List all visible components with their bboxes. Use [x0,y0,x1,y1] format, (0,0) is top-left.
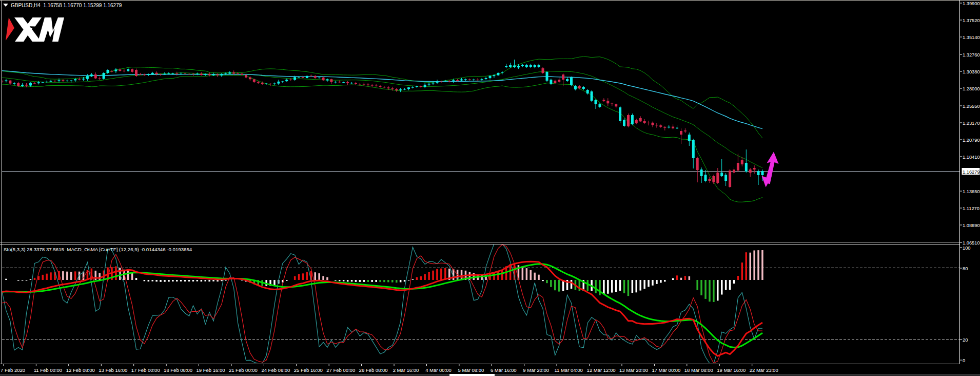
svg-text:1.08890: 1.08890 [963,223,980,228]
svg-text:1.18410: 1.18410 [963,155,980,160]
svg-text:4 Mar 00:00: 4 Mar 00:00 [425,367,452,373]
svg-text:1.13650: 1.13650 [963,189,980,194]
svg-text:1.28000: 1.28000 [963,86,980,91]
svg-text:21 Feb 00:00: 21 Feb 00:00 [229,367,258,373]
svg-text:11 Mar 04:00: 11 Mar 04:00 [554,367,582,373]
svg-text:12 Feb 08:00: 12 Feb 08:00 [66,367,95,373]
svg-text:1.06510: 1.06510 [963,240,980,246]
svg-text:1.32760: 1.32760 [963,52,980,58]
svg-text:GBPUSD,H4 1.16758 1.16770 1.1: GBPUSD,H4 1.16758 1.16770 1.15299 1.1627… [11,3,122,8]
svg-text:9 Mar 20:00: 9 Mar 20:00 [523,367,549,373]
svg-text:13 Mar 20:00: 13 Mar 20:00 [619,367,648,373]
svg-text:27 Feb 00:00: 27 Feb 00:00 [326,367,355,373]
svg-text:2 Mar 16:00: 2 Mar 16:00 [393,367,419,373]
svg-text:28 Feb 08:00: 28 Feb 08:00 [359,367,388,373]
svg-text:17 Mar 00:00: 17 Mar 00:00 [652,367,680,373]
svg-text:22 Mar 23:00: 22 Mar 23:00 [750,367,778,373]
svg-text:1.30380: 1.30380 [963,69,980,74]
svg-text:18 Mar 08:00: 18 Mar 08:00 [684,367,713,373]
svg-text:80: 80 [963,266,968,271]
svg-text:1.23170: 1.23170 [963,121,980,126]
svg-text:13 Feb 16:00: 13 Feb 16:00 [99,367,127,373]
svg-text:17 Feb 00:00: 17 Feb 00:00 [131,367,160,373]
svg-text:12 Mar 12:00: 12 Mar 12:00 [587,367,616,373]
svg-text:1.35140: 1.35140 [963,35,980,40]
svg-text:24 Feb 08:00: 24 Feb 08:00 [261,367,290,373]
svg-text:19 Mar 16:00: 19 Mar 16:00 [717,367,746,373]
svg-text:Sto(5,3,3) 28.3378 37.5615 MA: Sto(5,3,3) 28.3378 37.5615 MACD_OsMA [Cu… [4,247,192,252]
svg-text:1.20790: 1.20790 [963,138,980,143]
svg-text:1.39900: 1.39900 [963,1,980,6]
svg-text:7 Feb 2020: 7 Feb 2020 [1,367,25,373]
svg-text:6 Mar 16:00: 6 Mar 16:00 [491,367,517,373]
svg-text:1.37520: 1.37520 [963,18,980,23]
svg-text:11 Feb 00:00: 11 Feb 00:00 [34,367,62,373]
svg-text:1.11270: 1.11270 [963,206,979,211]
svg-text:1.16279: 1.16279 [963,170,980,175]
svg-text:5 Mar 08:00: 5 Mar 08:00 [458,367,484,373]
svg-text:20: 20 [963,337,968,343]
svg-text:19 Feb 16:00: 19 Feb 16:00 [197,367,225,373]
svg-text:25 Feb 16:00: 25 Feb 16:00 [294,367,323,373]
svg-text:100: 100 [963,246,971,251]
svg-text:18 Feb 08:00: 18 Feb 08:00 [164,367,192,373]
svg-text:1.25550: 1.25550 [963,104,980,109]
svg-text:0: 0 [963,358,965,363]
